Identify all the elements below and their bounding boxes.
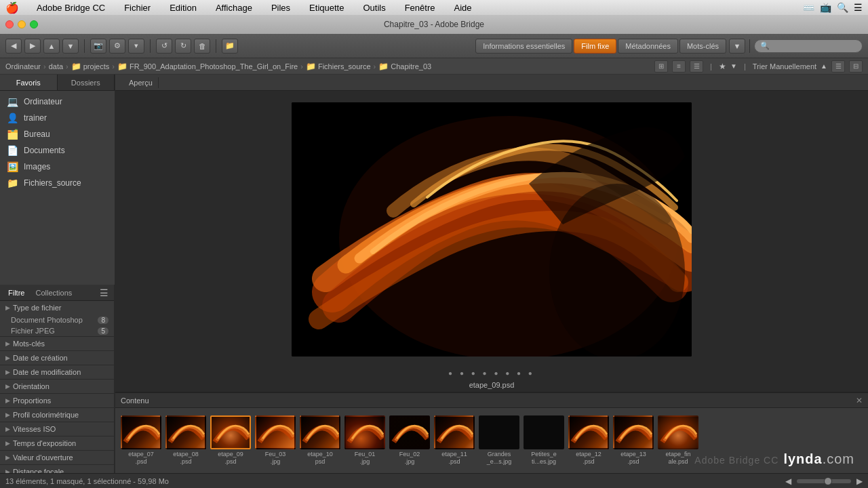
- thumb-item-7[interactable]: etape_11 .psd: [434, 415, 475, 466]
- thumb-strip-close[interactable]: ✕: [856, 396, 863, 405]
- list-view-button[interactable]: ≡: [672, 60, 686, 73]
- filter-type-header[interactable]: ▶ Type de fichier: [0, 301, 114, 314]
- filter-proportions-header[interactable]: ▶ Proportions: [0, 394, 114, 407]
- thumb-label-6: Feu_02 .jpg: [399, 451, 420, 466]
- sidebar-item-trainer[interactable]: 👤 trainer: [0, 110, 115, 126]
- thumb-item-10[interactable]: etape_12 .psd: [568, 415, 609, 466]
- thumb-item-9[interactable]: Petites_e ti...es.jpg: [524, 415, 564, 466]
- menu-aide[interactable]: Aide: [450, 1, 475, 14]
- star-filter[interactable]: ★: [719, 62, 726, 71]
- bc-fr900[interactable]: 📁 FR_900_Adaptation_Photoshop_The_Girl_o…: [117, 62, 298, 71]
- status-icon-1[interactable]: ◀: [785, 476, 791, 486]
- filter-iso-header[interactable]: ▶ Vitesses ISO: [0, 422, 114, 436]
- filter-tab-collections[interactable]: Collections: [33, 287, 75, 298]
- thumb-item-8[interactable]: Grandes _e...s.jpg: [479, 415, 519, 466]
- more-options-button[interactable]: ☰: [831, 60, 845, 73]
- sidebar-tab-favoris[interactable]: Favoris: [0, 75, 58, 90]
- menu-fenetre[interactable]: Fenêtre: [401, 1, 439, 14]
- thumb-item-6[interactable]: Feu_02 .jpg: [389, 415, 430, 466]
- filter-ouverture-header[interactable]: ▶ Valeur d'ouverture: [0, 451, 114, 464]
- documents-icon: 📄: [7, 145, 18, 156]
- ws-mots-cles[interactable]: Mots-clés: [679, 39, 726, 54]
- thumb-item-5[interactable]: Feu_01 .jpg: [344, 415, 385, 466]
- ws-essentielles[interactable]: Informations essentielles: [475, 39, 572, 54]
- menubar-icon-1[interactable]: ⌨️: [803, 2, 814, 13]
- sort-direction[interactable]: ▲: [821, 62, 827, 70]
- rotate-ccw-button[interactable]: ↺: [156, 39, 172, 54]
- zoom-slider[interactable]: [797, 479, 851, 483]
- detail-view-button[interactable]: ☰: [690, 60, 703, 73]
- thumb-image-2: [210, 415, 251, 449]
- menu-piles[interactable]: Piles: [267, 1, 294, 14]
- bc-projects[interactable]: 📁 projects: [71, 62, 110, 71]
- filter-menu-icon[interactable]: ☰: [100, 287, 108, 298]
- sort-label[interactable]: Trier Manuellement: [753, 62, 816, 70]
- ws-film-fixe[interactable]: Film fixe: [574, 39, 616, 54]
- close-button[interactable]: [5, 20, 14, 28]
- minimize-button[interactable]: [18, 20, 26, 28]
- filter-tab-filtre[interactable]: Filtre: [5, 287, 27, 298]
- filter-date-creation-header[interactable]: ▶ Date de création: [0, 351, 114, 365]
- sidebar-item-images[interactable]: 🖼️ Images: [0, 159, 115, 175]
- open-recent-button[interactable]: ▾: [128, 39, 144, 54]
- bc-fichiers-source[interactable]: 📁 Fichiers_source: [306, 62, 371, 71]
- thumb-item-0[interactable]: etape_07 .psd: [121, 415, 161, 466]
- filter-temps-header[interactable]: ▶ Temps d'exposition: [0, 436, 114, 450]
- back-button[interactable]: ◀: [5, 39, 22, 54]
- bc-data[interactable]: data: [49, 62, 63, 70]
- filter-profil-header[interactable]: ▶ Profil colorimétrique: [0, 408, 114, 422]
- menubar-icon-4[interactable]: ☰: [854, 2, 863, 13]
- apple-menu[interactable]: 🍎: [5, 1, 19, 14]
- filter-header: Filtre Collections ☰: [0, 285, 114, 301]
- menu-outils[interactable]: Outils: [359, 1, 389, 14]
- up-button[interactable]: ▲: [43, 39, 60, 54]
- workspace-more-button[interactable]: ▼: [729, 39, 745, 54]
- filter-mots-header[interactable]: ▶ Mots-clés: [0, 337, 114, 350]
- search-box[interactable]: 🔍: [754, 39, 863, 53]
- filter-date-modif-header[interactable]: ▶ Date de modification: [0, 365, 114, 379]
- sidebar-tab-dossiers[interactable]: Dossiers: [58, 75, 115, 90]
- ws-metadonnees[interactable]: Métadonnées: [618, 39, 678, 54]
- thumb-item-11[interactable]: etape_13 .psd: [613, 415, 654, 466]
- rotate-cw-button[interactable]: ↻: [175, 39, 191, 54]
- refine-button[interactable]: ⚙: [109, 39, 125, 54]
- thumb-item-12[interactable]: etape_fin ale.psd: [658, 415, 698, 466]
- thumb-label-4: etape_10 psd: [307, 451, 333, 466]
- filter-orientation-header[interactable]: ▶ Orientation: [0, 380, 114, 393]
- filter-psd[interactable]: Document Photoshop 8: [0, 314, 114, 325]
- delete-button[interactable]: 🗑: [194, 39, 210, 54]
- status-icon-2[interactable]: ▶: [856, 476, 863, 486]
- sidebar-item-fichiers-source[interactable]: 📁 Fichiers_source: [0, 175, 115, 191]
- title-bar: Chapitre_03 - Adobe Bridge: [0, 15, 868, 34]
- menu-bridge[interactable]: Adobe Bridge CC: [33, 1, 109, 14]
- filter-focale-header[interactable]: ▶ Distance focale: [0, 465, 114, 473]
- menu-affichage[interactable]: Affichage: [212, 1, 256, 14]
- sidebar-item-bureau[interactable]: 🗂️ Bureau: [0, 126, 115, 142]
- recent-button[interactable]: ▼: [62, 39, 79, 54]
- menu-fichier[interactable]: Fichier: [120, 1, 155, 14]
- preview-tab-apercu[interactable]: Aperçu: [123, 77, 159, 88]
- folder-icon-3: 📁: [306, 62, 316, 71]
- filter-jpeg[interactable]: Fichier JPEG 5: [0, 325, 114, 336]
- thumb-item-4[interactable]: etape_10 psd: [300, 415, 340, 466]
- maximize-button[interactable]: [30, 20, 38, 28]
- star-dropdown[interactable]: ▼: [730, 62, 737, 70]
- bc-ordinateur[interactable]: Ordinateur: [5, 62, 41, 70]
- content-tab-label[interactable]: Contenu: [121, 396, 149, 405]
- filter-type-label: Type de fichier: [13, 304, 62, 312]
- thumb-item-1[interactable]: etape_08 .psd: [165, 415, 206, 466]
- forward-button[interactable]: ▶: [24, 39, 41, 54]
- menubar-icon-2[interactable]: 📺: [820, 2, 831, 13]
- sidebar-item-ordinateur[interactable]: 💻 Ordinateur: [0, 94, 115, 110]
- sidebar-item-documents[interactable]: 📄 Documents: [0, 142, 115, 159]
- thumb-item-2[interactable]: etape_09 .psd: [210, 415, 251, 466]
- get-photos-button[interactable]: 📷: [90, 39, 106, 54]
- bc-chapitre03[interactable]: 📁 Chapitre_03: [378, 62, 431, 71]
- thumb-item-3[interactable]: Feu_03 .jpg: [255, 415, 296, 466]
- grid-view-button[interactable]: ⊞: [654, 60, 668, 73]
- new-folder-button[interactable]: 📁: [222, 39, 238, 54]
- panel-toggle-button[interactable]: ⊟: [849, 60, 863, 73]
- menubar-icon-3[interactable]: 🔍: [837, 2, 848, 13]
- menu-etiquette[interactable]: Etiquette: [305, 1, 348, 14]
- menu-edition[interactable]: Edition: [165, 1, 201, 14]
